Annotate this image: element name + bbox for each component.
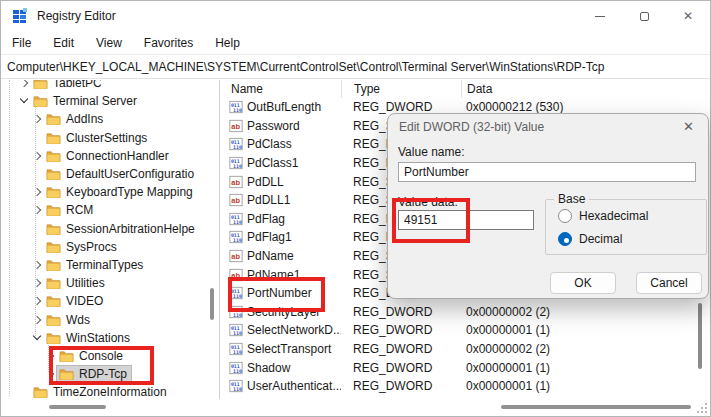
svg-text:110: 110 bbox=[233, 237, 242, 243]
registry-editor-window: Registry Editor ✕ FileEditViewFavoritesH… bbox=[0, 0, 711, 417]
ok-button[interactable]: OK bbox=[550, 272, 616, 294]
dialog-close-button[interactable]: ✕ bbox=[679, 118, 698, 135]
folder-icon bbox=[33, 386, 48, 398]
column-header-type[interactable]: Type bbox=[341, 80, 461, 98]
chevron-right-icon[interactable] bbox=[32, 186, 44, 198]
maximize-button[interactable] bbox=[622, 1, 666, 31]
value-type-cell: REG_DWORD bbox=[341, 361, 461, 375]
tree-item-rcm[interactable]: RCM bbox=[1, 201, 219, 219]
minimize-button[interactable] bbox=[578, 1, 622, 31]
value-name-cell: abPdDLL1 bbox=[222, 193, 341, 207]
list-vertical-scrollbar[interactable] bbox=[698, 303, 702, 369]
tree-item-addins[interactable]: AddIns bbox=[1, 110, 219, 128]
tree-item-timezoneinformation[interactable]: TimeZoneInformation bbox=[1, 383, 219, 399]
value-row-userauthenticat[interactable]: 011110UserAuthenticat...REG_DWORD0x00000… bbox=[222, 377, 709, 396]
value-name-field[interactable] bbox=[398, 162, 696, 182]
folder-icon bbox=[46, 241, 61, 253]
chevron-right-icon[interactable] bbox=[32, 150, 44, 162]
tree-vertical-scrollbar[interactable] bbox=[210, 288, 214, 320]
tree-connector bbox=[32, 132, 44, 144]
chevron-down-icon[interactable] bbox=[19, 95, 31, 107]
value-name-text: UserAuthenticat... bbox=[247, 379, 341, 393]
radio-option-decimal[interactable]: Decimal bbox=[558, 232, 622, 246]
svg-text:110: 110 bbox=[233, 218, 242, 224]
chevron-right-icon[interactable] bbox=[32, 314, 44, 326]
value-name-text: SelectNetworkD... bbox=[247, 323, 341, 337]
menu-file[interactable]: File bbox=[1, 33, 42, 53]
value-name-cell: 011110UserAuthenticat... bbox=[222, 379, 341, 393]
tree-item-keyboardtype-mapping[interactable]: KeyboardType Mapping bbox=[1, 183, 219, 201]
minimize-icon bbox=[595, 16, 605, 17]
tree-horizontal-scrollbar[interactable] bbox=[49, 405, 106, 409]
close-button[interactable]: ✕ bbox=[666, 1, 710, 31]
folder-icon bbox=[33, 95, 48, 107]
tree-item-tabletpc[interactable]: TabletPC bbox=[1, 80, 219, 92]
tree-connector bbox=[32, 168, 44, 180]
list-horizontal-scrollbar[interactable] bbox=[501, 405, 691, 409]
value-name-text: PdClass bbox=[247, 137, 292, 151]
dword-icon: 011110 bbox=[229, 379, 243, 393]
svg-text:110: 110 bbox=[233, 311, 242, 317]
menu-view[interactable]: View bbox=[85, 33, 133, 53]
chevron-right-icon[interactable] bbox=[32, 204, 44, 216]
value-data-cell: 0x00000001 (1) bbox=[461, 379, 709, 393]
cancel-button[interactable]: Cancel bbox=[636, 272, 702, 294]
menu-edit[interactable]: Edit bbox=[42, 33, 85, 53]
value-type-cell: REG_DWORD bbox=[341, 323, 461, 337]
caption-buttons: ✕ bbox=[578, 1, 710, 31]
tree-item-label: KeyboardType Mapping bbox=[66, 185, 193, 199]
svg-text:110: 110 bbox=[233, 107, 242, 113]
tree-item-terminal-server[interactable]: Terminal Server bbox=[1, 92, 219, 110]
menu-favorites[interactable]: Favorites bbox=[133, 33, 204, 53]
tree-item-sessionarbitrationhelpe[interactable]: SessionArbitrationHelpe bbox=[1, 220, 219, 238]
value-data-cell: 0x00000001 (1) bbox=[461, 361, 709, 375]
tree-item-label: WinStations bbox=[66, 331, 130, 345]
tree-item-label: TabletPC bbox=[53, 80, 102, 90]
value-name-text: PdDLL bbox=[247, 175, 284, 189]
column-header-name[interactable]: Name bbox=[222, 80, 341, 98]
chevron-down-icon[interactable] bbox=[32, 332, 44, 344]
chevron-right-icon[interactable] bbox=[32, 113, 44, 125]
tree-item-label: SessionArbitrationHelpe bbox=[66, 222, 195, 236]
radio-unselected-icon[interactable] bbox=[558, 209, 572, 223]
tree-connector bbox=[32, 241, 44, 253]
dword-icon: 011110 bbox=[229, 100, 243, 114]
tree-item-utilities[interactable]: Utilities bbox=[1, 274, 219, 292]
menu-help[interactable]: Help bbox=[204, 33, 251, 53]
tree-item-wds[interactable]: Wds bbox=[1, 310, 219, 328]
tree-item-connectionhandler[interactable]: ConnectionHandler bbox=[1, 147, 219, 165]
value-name-text: Shadow bbox=[247, 361, 290, 375]
value-row-selectnetworkd[interactable]: 011110SelectNetworkD...REG_DWORD0x000000… bbox=[222, 321, 709, 340]
radio-option-hexadecimal[interactable]: Hexadecimal bbox=[558, 209, 648, 223]
value-name-text: SelectTransport bbox=[247, 342, 331, 356]
chevron-right-icon[interactable] bbox=[32, 277, 44, 289]
tree-item-sysprocs[interactable]: SysProcs bbox=[1, 238, 219, 256]
svg-text:ab: ab bbox=[231, 196, 240, 205]
dword-icon: 011110 bbox=[229, 230, 243, 244]
value-name-text: PdFlag1 bbox=[247, 230, 292, 244]
chevron-right-icon[interactable] bbox=[19, 80, 31, 89]
string-icon: ab bbox=[229, 175, 243, 189]
svg-text:110: 110 bbox=[233, 144, 242, 150]
tree-item-defaultuserconfiguratio[interactable]: DefaultUserConfiguratio bbox=[1, 165, 219, 183]
tree-item-body: TimeZoneInformation bbox=[31, 384, 171, 399]
value-row-selecttransport[interactable]: 011110SelectTransportREG_DWORD0x00000002… bbox=[222, 340, 709, 359]
tree-item-clustersettings[interactable]: ClusterSettings bbox=[1, 129, 219, 147]
address-input[interactable] bbox=[7, 60, 710, 74]
chevron-right-icon[interactable] bbox=[32, 259, 44, 271]
resize-grip[interactable] bbox=[697, 402, 708, 413]
tree-item-label: ConnectionHandler bbox=[66, 149, 169, 163]
value-name-cell: abPdDLL bbox=[222, 175, 341, 189]
value-name-cell: 011110PdClass bbox=[222, 137, 341, 151]
value-name-cell: 011110SelectNetworkD... bbox=[222, 323, 341, 337]
tree-item-video[interactable]: VIDEO bbox=[1, 292, 219, 310]
column-header-data[interactable]: Data bbox=[461, 80, 709, 98]
tree-item-winstations[interactable]: WinStations bbox=[1, 329, 219, 347]
value-row-shadow[interactable]: 011110ShadowREG_DWORD0x00000001 (1) bbox=[222, 358, 709, 377]
folder-icon bbox=[46, 277, 61, 289]
chevron-right-icon[interactable] bbox=[32, 295, 44, 307]
radio-selected-icon[interactable] bbox=[558, 232, 572, 246]
tree-item-body: WinStations bbox=[44, 330, 134, 346]
value-type-cell: REG_DWORD bbox=[341, 379, 461, 393]
tree-item-terminaltypes[interactable]: TerminalTypes bbox=[1, 256, 219, 274]
